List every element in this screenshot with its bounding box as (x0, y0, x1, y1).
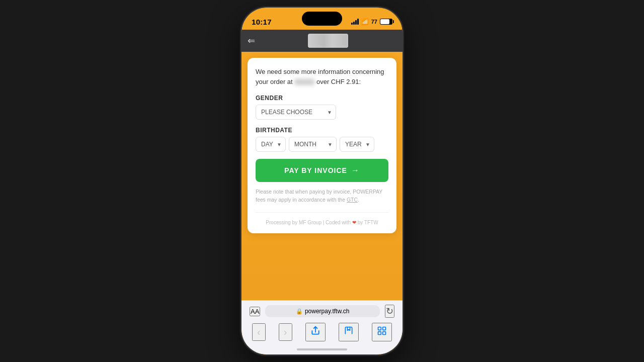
gender-label: Gender (256, 95, 388, 102)
heart-icon: ❤ (352, 220, 356, 225)
browser-back-button[interactable]: ⇐ (248, 35, 255, 46)
svg-rect-2 (383, 327, 386, 330)
svg-rect-1 (378, 327, 381, 330)
divider (256, 212, 388, 213)
info-text: We need some more information concerning… (256, 67, 388, 86)
birthdate-field-group: Birthdate DAY for(let i=1;i<=31;i++) doc… (256, 127, 388, 152)
day-select[interactable]: DAY for(let i=1;i<=31;i++) document.writ… (256, 137, 286, 152)
gtc-link[interactable]: GTC (347, 197, 358, 203)
lock-icon: 🔒 (296, 308, 303, 315)
phone-frame: 10:17 📶 77 ⇐ (242, 8, 403, 354)
pay-button-label: PAY BY INVOICE (284, 166, 347, 174)
safari-bookmarks-button[interactable] (339, 323, 359, 341)
aa-button[interactable]: AA (250, 307, 260, 316)
home-bar (297, 348, 347, 350)
safari-tabs-button[interactable] (372, 323, 392, 341)
browser-nav-bar: ⇐ (242, 30, 403, 52)
url-text: powerpay.tftw.ch (305, 308, 350, 315)
disclaimer-text: Please note that when paying by invoice,… (256, 188, 388, 204)
month-select-wrapper: MONTH JanuaryFebruaryMarch AprilMayJune … (289, 137, 337, 152)
page-content: We need some more information concerning… (242, 52, 403, 300)
pay-by-invoice-button[interactable]: PAY BY INVOICE → (256, 159, 388, 182)
phone-screen: 10:17 📶 77 ⇐ (242, 8, 403, 354)
svg-rect-4 (383, 332, 386, 335)
browser-logo-area (259, 34, 396, 48)
signal-icon (351, 19, 359, 25)
pay-button-arrow: → (351, 166, 360, 175)
home-indicator (242, 344, 403, 354)
status-time: 10:17 (252, 18, 272, 26)
day-select-wrapper: DAY for(let i=1;i<=31;i++) document.writ… (256, 137, 286, 152)
battery-percent: 77 (371, 19, 377, 25)
year-select[interactable]: YEAR 20262025202420232022202120202019201… (340, 137, 374, 152)
birthdate-label: Birthdate (256, 127, 388, 134)
url-bar: AA 🔒 powerpay.tftw.ch ↻ (242, 305, 403, 318)
year-select-wrapper: YEAR 20262025202420232022202120202019201… (340, 137, 374, 152)
reload-button[interactable]: ↻ (385, 305, 394, 318)
footer-text: Processing by MF Group | Coded with ❤ by… (256, 220, 388, 225)
form-card: We need some more information concerning… (248, 58, 396, 233)
safari-nav-row: ‹ › (242, 323, 403, 341)
gender-select-wrapper: PLEASE CHOOSE Male Female Other ▼ (256, 105, 336, 120)
status-icons: 📶 77 (351, 18, 392, 25)
safari-forward-button[interactable]: › (279, 323, 292, 341)
dynamic-island (302, 12, 342, 26)
battery-icon (380, 19, 392, 25)
month-select[interactable]: MONTH JanuaryFebruaryMarch AprilMayJune … (289, 137, 337, 152)
safari-back-button[interactable]: ‹ (252, 323, 266, 341)
wifi-icon: 📶 (361, 18, 369, 25)
blurred-merchant (294, 79, 314, 85)
url-bar-center[interactable]: 🔒 powerpay.tftw.ch (265, 305, 380, 317)
site-logo (308, 34, 348, 48)
svg-rect-3 (378, 332, 381, 335)
birthdate-row: DAY for(let i=1;i<=31;i++) document.writ… (256, 137, 388, 152)
gender-select[interactable]: PLEASE CHOOSE Male Female Other (256, 105, 336, 120)
gender-field-group: Gender PLEASE CHOOSE Male Female Other ▼ (256, 95, 388, 120)
safari-bottom-bar: AA 🔒 powerpay.tftw.ch ↻ ‹ › (242, 300, 403, 344)
safari-share-button[interactable] (305, 323, 326, 341)
